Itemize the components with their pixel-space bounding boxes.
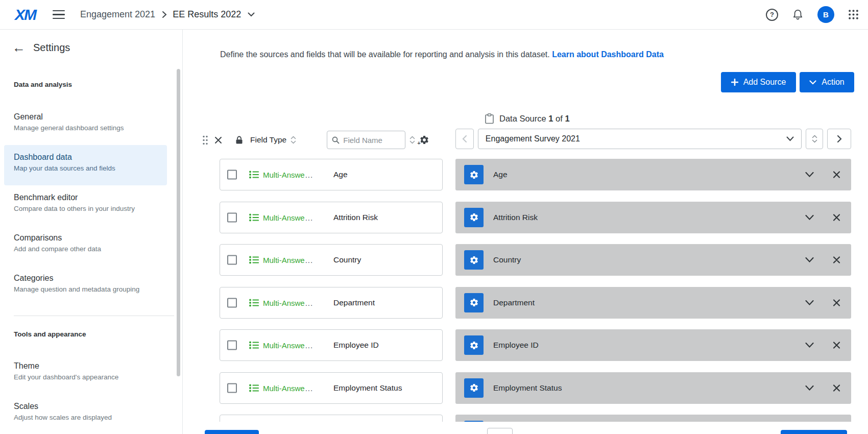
truncation-dots: ... [305,213,314,222]
remove-mapping-icon[interactable] [833,384,840,392]
data-source-dropdown[interactable]: Engagement Survey 2021 [478,129,802,149]
add-source-label: Add Source [743,78,786,87]
footer-left-button[interactable] [205,430,259,434]
remove-mapping-icon[interactable] [833,171,840,179]
xm-logo: XM [15,6,36,23]
breadcrumb-current[interactable]: EE Results 2022 [173,9,241,20]
chevron-down-icon[interactable] [805,172,814,178]
data-source-selected: Engagement Survey 2021 [486,134,786,143]
field-card: Multi-Answe... Age [220,159,443,190]
mapped-source-field: Attrition Risk [455,202,851,233]
field-name-search-input[interactable] [343,136,401,144]
sidebar-item-dashboard-data[interactable]: Dashboard data Map your data sources and… [4,145,167,185]
section-header-data-analysis: Data and analysis [14,81,72,88]
field-gear-icon[interactable] [464,293,484,312]
learn-about-dashboard-data-link[interactable]: Learn about Dashboard Data [552,50,664,59]
row-checkbox[interactable] [227,255,237,265]
table-row: Multi-Answe... Attrition Risk Attrition … [220,202,851,233]
chevron-down-icon[interactable] [805,257,814,263]
field-name-sort-icon[interactable] [409,135,415,144]
chevron-down-icon[interactable] [805,214,814,220]
chevron-down-icon[interactable] [805,300,814,305]
chevron-down-icon[interactable] [248,12,255,17]
settings-sidebar: ← Settings Data and analysis General Man… [0,30,183,434]
truncation-dots: ... [305,171,314,179]
table-row: Multi-Answe... Employee ID Employee ID [220,329,851,361]
remove-mapping-icon[interactable] [833,299,840,306]
multi-answer-list-icon [249,255,259,265]
field-gear-icon[interactable] [464,165,484,184]
remove-mapping-icon[interactable] [833,256,840,264]
field-type-value: Multi-Answe... [263,383,313,392]
sidebar-item-comparisons[interactable]: Comparisons Add and compare other data [4,226,167,266]
sidebar-item-categories[interactable]: Categories Manage question and metadata … [4,266,167,306]
add-source-button[interactable]: Add Source [721,72,796,92]
remove-mapping-icon[interactable] [833,213,840,221]
search-icon [331,136,340,144]
table-row: Multi-Answe... Country Country [220,244,851,276]
sidebar-item-desc: Add and compare other data [14,245,167,253]
avatar[interactable]: B [817,6,834,23]
mapped-field-name: Employment Status [493,383,562,393]
field-type-text: Multi-Answe [263,341,305,350]
field-settings-gear-icon[interactable]: + [419,135,429,145]
field-card: Multi-Answe... Country [220,244,443,276]
footer-page-size-box[interactable] [487,428,513,434]
sidebar-item-scales[interactable]: Scales Adjust how scales are displayed [4,394,167,434]
row-checkbox[interactable] [227,341,237,350]
row-checkbox[interactable] [227,383,237,393]
sidebar-item-desc: Compare data to others in your industry [14,205,167,212]
field-gear-icon[interactable] [464,378,484,398]
sidebar-item-theme[interactable]: Theme Edit your dashboard's appearance [4,354,167,394]
mapped-field-name: Age [493,170,508,179]
clear-selection-icon[interactable] [214,136,222,144]
field-card: Multi-Answe... Attrition Risk [220,202,443,233]
sidebar-divider [14,316,174,316]
row-checkbox[interactable] [227,298,237,307]
field-gear-icon[interactable] [464,335,484,355]
breadcrumb-parent[interactable]: Engagement 2021 [80,9,155,20]
sidebar-scrollbar[interactable] [177,69,180,376]
remove-mapping-icon[interactable] [833,342,840,349]
chevron-down-icon[interactable] [805,385,814,391]
field-name-search [327,131,405,149]
back-arrow-icon[interactable]: ← [12,41,26,54]
sidebar-item-benchmark-editor[interactable]: Benchmark editor Compare data to others … [4,185,167,226]
field-name: Age [333,170,348,179]
help-icon[interactable]: ? [766,9,778,21]
sidebar-item-general[interactable]: General Manage general dashboard setting… [4,105,167,145]
field-gear-icon[interactable] [464,208,484,227]
next-source-button[interactable] [827,129,851,149]
lock-icon[interactable] [235,136,243,144]
top-action-buttons: Add Source Action [721,72,854,92]
truncation-dots: ... [305,298,314,307]
data-source-count: Data Source 1 of 1 [499,114,570,124]
field-type-sort-icon[interactable] [291,135,296,144]
field-name: Employee ID [333,341,379,350]
mapped-source-field: Employment Status [455,372,851,404]
field-gear-icon[interactable] [464,250,484,270]
mapped-source-field: Department [455,287,851,319]
mapped-source-field: Employee ID [455,329,851,361]
sidebar-item-desc: Map your data sources and fields [14,164,167,172]
reorder-sources-button[interactable] [806,129,823,149]
sidebar-item-desc: Manage general dashboard settings [14,124,167,132]
row-checkbox[interactable] [227,170,237,180]
action-button[interactable]: Action [800,72,854,92]
table-row: Multi-Answe... Employment Status Employm… [220,372,851,404]
field-name: Employment Status [333,383,402,393]
footer-right-button[interactable] [781,430,847,434]
multi-answer-list-icon [249,298,259,308]
drag-handle-icon[interactable] [202,135,208,146]
description-text: Define the sources and fields that will … [220,50,550,59]
data-source-current: 1 [548,114,553,123]
hamburger-menu-icon[interactable] [53,10,65,19]
mapped-field-name: Attrition Risk [493,213,538,222]
previous-source-button[interactable] [455,129,474,149]
chevron-down-icon[interactable] [805,343,814,348]
field-list-toolbar: Field Type + [199,130,429,150]
row-checkbox[interactable] [227,212,237,222]
field-gear-icon[interactable] [464,421,484,422]
apps-grid-icon[interactable] [848,9,859,20]
notifications-bell-icon[interactable] [792,8,804,21]
